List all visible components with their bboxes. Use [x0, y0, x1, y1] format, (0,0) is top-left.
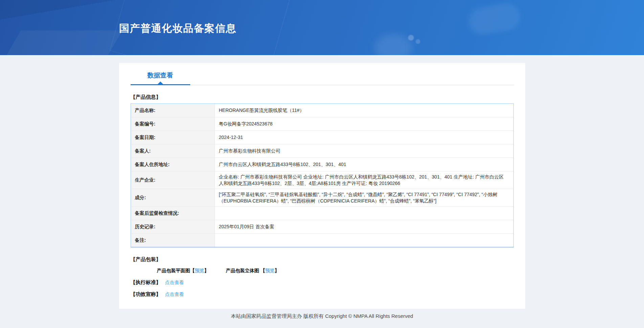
row-value: 广州市慕彩生物科技有限公司 — [215, 144, 513, 158]
table-row-product-name: 产品名称: HERORANGE墨翼流光眼线胶笔（11#） — [131, 104, 513, 117]
header-decoration-blob — [374, 34, 412, 55]
row-value: 2024-12-31 — [215, 131, 513, 144]
row-label: 备案后监督检查情况: — [131, 207, 215, 220]
product-info-table: 产品名称: HERORANGE墨翼流光眼线胶笔（11#） 备案编号: 粤G妆网备… — [131, 103, 514, 248]
packaging-preview-row: 产品包装平面图【预览】 产品包装立体图 【预览】 — [157, 268, 514, 274]
standards-row: 【执行标准】 点击查看 — [131, 279, 514, 286]
table-row-remarks: 备注: — [131, 234, 513, 247]
table-row-manufacturer: 生产企业: 企业名称: 广州市慕彩生物科技有限公司 企业地址: 广州市白云区人和… — [131, 171, 513, 189]
bracket-open: 【 — [260, 268, 265, 273]
header-decoration-corner — [0, 0, 115, 20]
row-label: 备案日期: — [131, 131, 215, 144]
content-card: 数据查看 【产品信息】 产品名称: HERORANGE墨翼流光眼线胶笔（11#）… — [119, 63, 525, 309]
row-label: 历史记录: — [131, 220, 215, 233]
row-label: 备注: — [131, 234, 215, 247]
efficacy-label: 【功效宣称】 — [131, 291, 161, 298]
packaging-stereo-preview-link[interactable]: 预览 — [265, 268, 274, 273]
row-label: 备案人住所地址: — [131, 158, 215, 171]
efficacy-view-link[interactable]: 点击查看 — [165, 291, 184, 298]
row-value: HERORANGE墨翼流光眼线胶笔（11#） — [215, 104, 513, 117]
packaging-stereo-item: 产品包装立体图 【预览】 — [226, 268, 280, 274]
row-label: 产品名称: — [131, 104, 215, 117]
row-value: 2025年01月09日 首次备案 — [215, 220, 513, 233]
row-value: 粤G妆网备字2024523678 — [215, 117, 513, 131]
bracket-close: 】 — [204, 268, 209, 273]
row-label: 备案编号: — [131, 117, 215, 131]
table-row-registrant-address: 备案人住所地址: 广州市白云区人和镇鹤龙五路433号8栋102、201、301、… — [131, 158, 513, 171]
row-label: 成分: — [131, 189, 215, 206]
standards-view-link[interactable]: 点击查看 — [165, 280, 184, 286]
header-banner: 国产普通化妆品备案信息 — [0, 0, 644, 55]
table-row-history: 历史记录: 2025年01月09日 首次备案 — [131, 220, 513, 234]
table-row-registration-date: 备案日期: 2024-12-31 — [131, 131, 513, 144]
row-value — [215, 207, 513, 220]
bracket-open: 【 — [190, 268, 195, 273]
table-row-ingredients: 成分: [“环五聚二甲基硅氧烷”, “三甲基硅烷氧基硅酸酯”, “异十二烷”, … — [131, 189, 513, 207]
bracket-close: 】 — [274, 268, 279, 273]
section-title-packaging: 【产品包装】 — [131, 256, 514, 263]
packaging-flat-item: 产品包装平面图【预览】 — [157, 268, 209, 274]
table-row-supervision-check: 备案后监督检查情况: — [131, 207, 513, 220]
efficacy-row: 【功效宣称】 点击查看 — [131, 291, 514, 298]
footer-copyright: 本站由国家药品监督管理局主办 版权所有 Copyright © NMPA All… — [0, 313, 644, 320]
header-decoration-dot — [416, 39, 420, 44]
page-title: 国产普通化妆品备案信息 — [119, 22, 237, 36]
tab-data-view[interactable]: 数据查看 — [131, 71, 190, 85]
row-label: 生产企业: — [131, 171, 215, 189]
packaging-flat-label: 产品包装平面图 — [157, 268, 190, 273]
header-decoration-dot — [408, 35, 414, 41]
row-value — [215, 234, 513, 247]
row-value: 企业名称: 广州市慕彩生物科技有限公司 企业地址: 广州市白云区人和镇鹤龙五路4… — [215, 171, 513, 189]
header-decoration-triangle — [6, 30, 122, 55]
standards-label: 【执行标准】 — [131, 279, 161, 286]
row-label: 备案人: — [131, 144, 215, 158]
row-value: [“环五聚二甲基硅氧烷”, “三甲基硅烷氧基硅酸酯”, “异十二烷”, “合成蜡… — [215, 189, 513, 206]
table-row-registrant: 备案人: 广州市慕彩生物科技有限公司 — [131, 144, 513, 158]
tab-data-view-label: 数据查看 — [148, 72, 173, 79]
packaging-stereo-label: 产品包装立体图 — [226, 268, 261, 273]
tab-bar: 数据查看 — [131, 71, 514, 85]
table-row-registration-number: 备案编号: 粤G妆网备字2024523678 — [131, 117, 513, 131]
tab-active-indicator-triangle — [158, 81, 163, 84]
header-decoration-pill — [467, 1, 522, 37]
section-title-product-info: 【产品信息】 — [131, 94, 514, 100]
packaging-flat-preview-link[interactable]: 预览 — [195, 268, 204, 273]
row-value: 广州市白云区人和镇鹤龙五路433号8栋102、201、301、401 — [215, 158, 513, 171]
